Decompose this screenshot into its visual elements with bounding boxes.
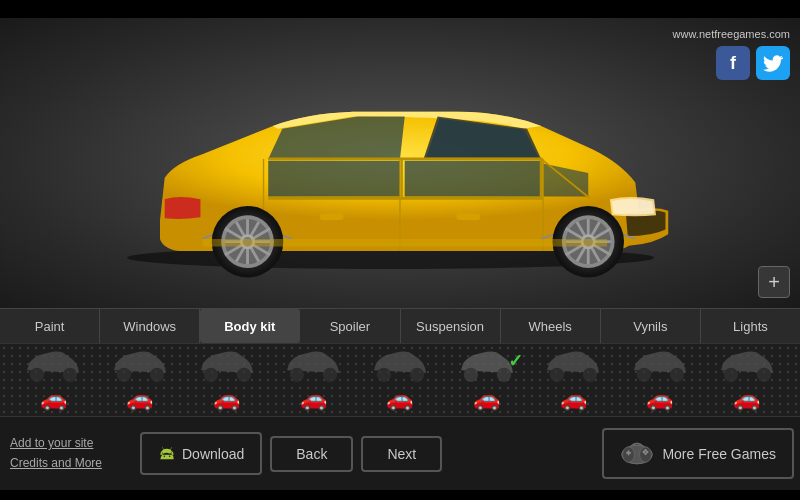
option-item-3[interactable]: 🚗 — [187, 348, 267, 412]
svg-point-35 — [150, 368, 164, 382]
option-icon-3: 🚗 — [213, 386, 240, 412]
svg-point-33 — [63, 368, 77, 382]
tab-windows[interactable]: Windows — [100, 309, 200, 343]
svg-point-44 — [550, 368, 564, 382]
add-to-site-line1[interactable]: Add to your site — [10, 434, 140, 453]
android-icon — [158, 442, 176, 465]
tab-suspension[interactable]: Suspension — [401, 309, 501, 343]
bottom-black-bar — [0, 490, 800, 500]
svg-point-38 — [290, 368, 304, 382]
option-icon-5: 🚗 — [386, 386, 413, 412]
svg-rect-54 — [628, 450, 630, 455]
tab-spoiler[interactable]: Spoiler — [300, 309, 400, 343]
option-icon-2: 🚗 — [126, 386, 153, 412]
download-label: Download — [182, 446, 244, 462]
add-to-site-line2[interactable]: Credits and More — [10, 454, 140, 473]
car-image — [80, 68, 720, 278]
option-item-8[interactable]: 🚗 — [620, 348, 700, 412]
option-item-5[interactable]: 🚗 — [360, 348, 440, 412]
svg-point-46 — [637, 368, 651, 382]
facebook-icon[interactable]: f — [716, 46, 750, 80]
svg-point-48 — [723, 368, 737, 382]
svg-point-32 — [30, 368, 44, 382]
game-area: www.netfreegames.com f — [0, 18, 800, 308]
next-button[interactable]: Next — [361, 436, 442, 472]
tab-paint[interactable]: Paint — [0, 309, 100, 343]
svg-point-47 — [670, 368, 684, 382]
gamepad-icon — [620, 438, 654, 469]
svg-point-34 — [117, 368, 131, 382]
tab-wheels[interactable]: Wheels — [501, 309, 601, 343]
top-bar — [0, 0, 800, 18]
svg-point-58 — [645, 452, 648, 455]
option-icon-6: 🚗 — [473, 386, 500, 412]
svg-point-40 — [377, 368, 391, 382]
options-row: 🚗 🚗 🚗 🚗 🚗 ✓ — [0, 344, 800, 416]
back-button[interactable]: Back — [270, 436, 353, 472]
social-icons: f — [716, 46, 790, 80]
tab-vynils[interactable]: Vynils — [601, 309, 701, 343]
option-icon-1: 🚗 — [40, 386, 67, 412]
nav-tabs: Paint Windows Body kit Spoiler Suspensio… — [0, 308, 800, 344]
option-item-4[interactable]: 🚗 — [273, 348, 353, 412]
svg-point-43 — [496, 368, 510, 382]
bottom-bar: Add to your site Credits and More Downlo… — [0, 416, 800, 490]
svg-point-57 — [645, 449, 648, 452]
svg-point-41 — [410, 368, 424, 382]
option-icon-7: 🚗 — [560, 386, 587, 412]
svg-point-49 — [756, 368, 770, 382]
website-url: www.netfreegames.com — [673, 28, 790, 40]
option-item-9[interactable]: 🚗 — [707, 348, 787, 412]
svg-rect-6 — [320, 213, 344, 220]
zoom-plus-button[interactable]: + — [758, 266, 790, 298]
option-icon-9: 🚗 — [733, 386, 760, 412]
svg-point-42 — [463, 368, 477, 382]
svg-point-37 — [236, 368, 250, 382]
add-to-site: Add to your site Credits and More — [0, 434, 140, 472]
option-item-2[interactable]: 🚗 — [100, 348, 180, 412]
tab-lights[interactable]: Lights — [701, 309, 800, 343]
svg-rect-7 — [456, 213, 480, 220]
tab-bodykit[interactable]: Body kit — [200, 309, 300, 343]
svg-point-36 — [203, 368, 217, 382]
twitter-icon[interactable] — [756, 46, 790, 80]
download-button[interactable]: Download — [140, 432, 262, 475]
option-icon-8: 🚗 — [646, 386, 673, 412]
svg-point-45 — [583, 368, 597, 382]
more-games-button[interactable]: More Free Games — [602, 428, 794, 479]
svg-point-39 — [323, 368, 337, 382]
more-games-label: More Free Games — [662, 446, 776, 462]
option-item-1[interactable]: 🚗 — [13, 348, 93, 412]
option-item-6[interactable]: ✓ 🚗 — [447, 348, 527, 412]
option-icon-4: 🚗 — [300, 386, 327, 412]
car-container — [60, 58, 740, 288]
option-item-7[interactable]: 🚗 — [533, 348, 613, 412]
